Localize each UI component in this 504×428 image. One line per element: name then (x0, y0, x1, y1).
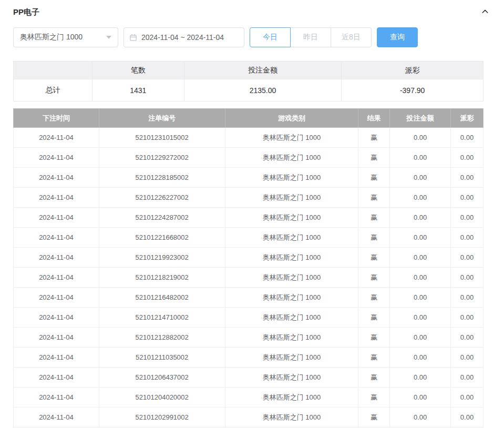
search-button[interactable]: 查询 (377, 27, 418, 47)
cell-bet: 0.00 (390, 188, 451, 208)
cell-game: 奥林匹斯之门 1000 (225, 228, 358, 248)
cell-game: 奥林匹斯之门 1000 (225, 288, 358, 308)
table-row: 2024-11-0452101202991002奥林匹斯之门 1000赢0.00… (14, 407, 484, 427)
cell-payout: 0.00 (451, 168, 484, 188)
game-select-value: 奥林匹斯之门 1000 (20, 33, 83, 42)
table-row: 2024-11-0452101216482002奥林匹斯之门 1000赢0.00… (14, 288, 484, 308)
cell-payout: 0.00 (451, 228, 484, 248)
cell-order_no: 52101206437002 (99, 368, 225, 388)
cell-date: 2024-11-04 (14, 148, 99, 168)
cell-game: 奥林匹斯之门 1000 (225, 348, 358, 368)
table-row: 2024-11-0452101206437002奥林匹斯之门 1000赢0.00… (14, 368, 484, 388)
cell-bet: 0.00 (390, 248, 451, 268)
cell-game: 奥林匹斯之门 1000 (225, 208, 358, 228)
quick-filter-yesterday[interactable]: 昨日 (290, 27, 331, 47)
cell-date: 2024-11-04 (14, 128, 99, 148)
quick-filter-today[interactable]: 今日 (250, 27, 291, 47)
cell-payout: 0.00 (451, 268, 484, 288)
cell-order_no: 52101216482002 (99, 288, 225, 308)
chevron-up-icon (481, 7, 489, 17)
table-row: 2024-11-0452101212882002奥林匹斯之门 1000赢0.00… (14, 328, 484, 348)
table-row: 2024-11-0452101214710002奥林匹斯之门 1000赢0.00… (14, 308, 484, 328)
cell-date: 2024-11-04 (14, 388, 99, 407)
cell-bet: 0.00 (390, 228, 451, 248)
collapse-button[interactable] (479, 6, 491, 18)
table-row: 2024-11-0452101204020002奥林匹斯之门 1000赢0.00… (14, 388, 484, 407)
summary-header-payout: 派彩 (342, 62, 484, 79)
cell-game: 奥林匹斯之门 1000 (225, 128, 358, 148)
cell-result: 赢 (358, 308, 390, 328)
table-row: 2024-11-0452101219923002奥林匹斯之门 1000赢0.00… (14, 248, 484, 268)
cell-game: 奥林匹斯之门 1000 (225, 248, 358, 268)
cell-game: 奥林匹斯之门 1000 (225, 328, 358, 348)
column-header-game: 游戏类别 (225, 109, 358, 128)
summary-total-label: 总计 (14, 79, 92, 101)
cell-date: 2024-11-04 (14, 308, 99, 328)
bet-table: 下注时间注单编号游戏类别结果投注金额派彩 2024-11-04521012310… (13, 108, 484, 427)
column-header-order_no: 注单编号 (99, 109, 225, 128)
cell-date: 2024-11-04 (14, 348, 99, 368)
chevron-down-icon (106, 36, 111, 39)
summary-table: 笔数 投注金额 派彩 总计 1431 2135.00 -397.90 (13, 61, 484, 101)
summary-header-count: 笔数 (92, 62, 184, 79)
quick-filter-last8days[interactable]: 近8日 (331, 27, 372, 47)
cell-date: 2024-11-04 (14, 188, 99, 208)
cell-result: 赢 (358, 168, 390, 188)
cell-date: 2024-11-04 (14, 407, 99, 427)
table-row: 2024-11-0452101229272002奥林匹斯之门 1000赢0.00… (14, 148, 484, 168)
cell-bet: 0.00 (390, 388, 451, 407)
cell-game: 奥林匹斯之门 1000 (225, 308, 358, 328)
date-range-input[interactable]: 2024-11-04 ~ 2024-11-04 (124, 27, 244, 47)
calendar-icon (129, 34, 137, 42)
cell-result: 赢 (358, 368, 390, 388)
cell-game: 奥林匹斯之门 1000 (225, 407, 358, 427)
cell-payout: 0.00 (451, 208, 484, 228)
cell-date: 2024-11-04 (14, 248, 99, 268)
cell-bet: 0.00 (390, 268, 451, 288)
cell-payout: 0.00 (451, 128, 484, 148)
table-row: 2024-11-0452101228185002奥林匹斯之门 1000赢0.00… (14, 168, 484, 188)
cell-game: 奥林匹斯之门 1000 (225, 268, 358, 288)
cell-result: 赢 (358, 268, 390, 288)
cell-order_no: 52101202991002 (99, 407, 225, 427)
page-title: PP电子 (13, 7, 39, 17)
cell-game: 奥林匹斯之门 1000 (225, 168, 358, 188)
column-header-date: 下注时间 (14, 109, 99, 128)
date-range-value: 2024-11-04 ~ 2024-11-04 (141, 33, 224, 42)
game-select[interactable]: 奥林匹斯之门 1000 (13, 27, 118, 47)
cell-date: 2024-11-04 (14, 208, 99, 228)
cell-date: 2024-11-04 (14, 328, 99, 348)
cell-bet: 0.00 (390, 168, 451, 188)
column-header-bet: 投注金额 (390, 109, 451, 128)
quick-filter-group: 今日 昨日 近8日 (250, 27, 372, 47)
table-row: 2024-11-0452101218219002奥林匹斯之门 1000赢0.00… (14, 268, 484, 288)
table-row: 2024-11-0452101224287002奥林匹斯之门 1000赢0.00… (14, 208, 484, 228)
cell-payout: 0.00 (451, 388, 484, 407)
panel-header: PP电子 (13, 5, 491, 19)
cell-payout: 0.00 (451, 407, 484, 427)
cell-order_no: 52101224287002 (99, 208, 225, 228)
cell-date: 2024-11-04 (14, 228, 99, 248)
table-row: 2024-11-0452101211035002奥林匹斯之门 1000赢0.00… (14, 348, 484, 368)
cell-order_no: 52101228185002 (99, 168, 225, 188)
table-row: 2024-11-0452101221668002奥林匹斯之门 1000赢0.00… (14, 228, 484, 248)
cell-result: 赢 (358, 228, 390, 248)
cell-order_no: 52101211035002 (99, 348, 225, 368)
cell-order_no: 52101226227002 (99, 188, 225, 208)
cell-result: 赢 (358, 328, 390, 348)
cell-bet: 0.00 (390, 288, 451, 308)
cell-game: 奥林匹斯之门 1000 (225, 188, 358, 208)
bet-table-body: 2024-11-0452101231015002奥林匹斯之门 1000赢0.00… (14, 128, 484, 427)
cell-date: 2024-11-04 (14, 268, 99, 288)
cell-game: 奥林匹斯之门 1000 (225, 388, 358, 407)
cell-bet: 0.00 (390, 128, 451, 148)
cell-result: 赢 (358, 188, 390, 208)
table-row: 2024-11-0452101231015002奥林匹斯之门 1000赢0.00… (14, 128, 484, 148)
cell-order_no: 52101219923002 (99, 248, 225, 268)
cell-result: 赢 (358, 348, 390, 368)
cell-payout: 0.00 (451, 328, 484, 348)
cell-date: 2024-11-04 (14, 368, 99, 388)
cell-bet: 0.00 (390, 348, 451, 368)
summary-bet-value: 2135.00 (184, 79, 342, 101)
cell-payout: 0.00 (451, 308, 484, 328)
